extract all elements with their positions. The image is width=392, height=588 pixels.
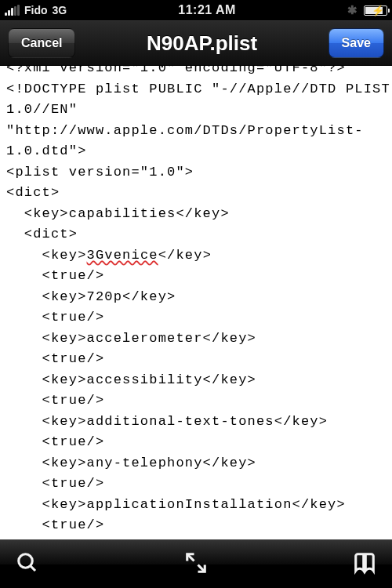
signal-strength-icon [5, 5, 20, 16]
bottom-toolbar [0, 539, 392, 588]
nav-bar: Cancel N90AP.plist Save [0, 20, 392, 66]
cancel-button[interactable]: Cancel [8, 28, 75, 58]
battery-icon: ⚡ [364, 5, 387, 16]
svg-line-1 [31, 565, 35, 570]
save-button[interactable]: Save [328, 28, 384, 58]
bluetooth-icon: ✱ [347, 3, 358, 17]
status-left: Fido 3G [5, 4, 67, 16]
network-label: 3G [53, 4, 67, 16]
file-text[interactable]: <?xml version="1.0" encoding="UTF-8"?> <… [6, 66, 386, 539]
fullscreen-icon[interactable] [184, 551, 208, 578]
status-bar: Fido 3G 11:21 AM ✱ ⚡ [0, 0, 392, 20]
search-icon[interactable] [16, 551, 39, 578]
carrier-label: Fido [24, 4, 48, 16]
page-title: N90AP.plist [147, 31, 257, 56]
svg-point-0 [19, 554, 33, 568]
status-right: ✱ ⚡ [347, 3, 387, 17]
editor-viewport[interactable]: <?xml version="1.0" encoding="UTF-8"?> <… [0, 66, 392, 539]
bookmarks-icon[interactable] [353, 551, 376, 578]
spellcheck-underline: 3Gvenice [87, 248, 158, 263]
clock-label: 11:21 AM [67, 3, 347, 17]
